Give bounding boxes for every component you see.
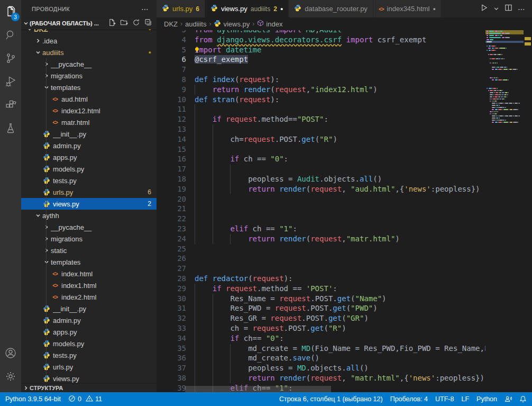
sidebar-more-icon[interactable]: ⋯ <box>141 5 149 13</box>
new-folder-icon[interactable] <box>120 19 128 29</box>
code-line-15[interactable]: 15 <box>157 145 485 155</box>
code-line-18[interactable]: 18 peopless = Audit.objects.all() <box>157 174 485 184</box>
tree-folder--idea[interactable]: .idea <box>21 35 157 47</box>
run-dropdown-icon[interactable] <box>493 4 499 14</box>
tree-folder-static[interactable]: static <box>21 245 157 256</box>
code-line-14[interactable]: 14 ch=request.POST.get("R") <box>157 134 485 145</box>
code-line-12[interactable]: 12 if request.method=="POST": <box>157 114 485 124</box>
tree-folder--pycache-[interactable]: __pycache__ <box>21 221 157 233</box>
code-line-25[interactable]: 25 <box>157 244 485 254</box>
code-line-13[interactable]: 13 <box>157 124 485 134</box>
run-debug-icon[interactable] <box>0 70 21 93</box>
code-line-19[interactable]: 19 return render(request, "aud.html",{'n… <box>157 184 485 194</box>
tree-file-apps-py[interactable]: apps.py <box>21 326 157 338</box>
run-icon[interactable] <box>480 4 488 14</box>
code-line-33[interactable]: 33 ch = request.POST.get("R") <box>157 323 485 333</box>
encoding[interactable]: UTF-8 <box>435 395 454 403</box>
code-line-26[interactable]: 26 <box>157 254 485 264</box>
tree-file-models-py[interactable]: models.py <box>21 338 157 349</box>
cursor-position[interactable]: Строка 6, столбец 1 (выбрано 12) <box>279 395 383 403</box>
lightbulb-icon[interactable] <box>194 46 200 56</box>
tree-file--init-py[interactable]: __init__.py <box>21 128 157 140</box>
code-line-5[interactable]: 5import datetime <box>157 45 485 55</box>
code-line-7[interactable]: 7 <box>157 65 485 75</box>
horizontal-scrollbar[interactable] <box>185 386 331 392</box>
outline-section-header[interactable]: СТРУКТУРА <box>21 383 157 392</box>
tree-file-index-html[interactable]: <>index.html <box>21 268 157 279</box>
tab-database-roouter-py[interactable]: database_roouter.py <box>289 0 373 17</box>
breadcrumb-item-index[interactable]: index <box>257 20 282 28</box>
tree-file-tests-py[interactable]: tests.py <box>21 175 157 186</box>
code-line-28[interactable]: 28def redactor(request): <box>157 274 485 284</box>
testing-icon[interactable] <box>0 116 21 140</box>
tab-views-py[interactable]: views.pyaudiiits2● <box>205 0 289 17</box>
tree-file-models-py[interactable]: models.py <box>21 163 157 175</box>
tree-file-index1-html[interactable]: <>index1.html <box>21 279 157 291</box>
tree-folder-templates[interactable]: templates <box>21 256 157 268</box>
code-line-9[interactable]: 9 return render(request,"index12.html") <box>157 85 485 95</box>
refresh-icon[interactable] <box>132 19 140 29</box>
notifications-bell-icon[interactable] <box>519 395 527 403</box>
tree-file-aud-html[interactable]: <>aud.html <box>21 93 157 105</box>
tree-file-urls-py[interactable]: urls.py <box>21 361 157 373</box>
tree-folder-dkz[interactable]: DKZ● <box>21 29 157 35</box>
breadcrumb-item-dkz[interactable]: DKZ <box>164 20 178 28</box>
tree-file-apps-py[interactable]: apps.py <box>21 151 157 163</box>
code-line-4[interactable]: 4from django.views.decorators.csrf impor… <box>157 35 485 45</box>
tree-file-admin-py[interactable]: admin.py <box>21 140 157 151</box>
settings-gear-icon[interactable] <box>0 365 21 388</box>
language-mode[interactable]: Python <box>476 395 497 403</box>
code-line-8[interactable]: 8def index(request): <box>157 75 485 85</box>
tree-folder--pycache-[interactable]: __pycache__ <box>21 58 157 70</box>
code-line-29[interactable]: 29 if request.method == 'POST': <box>157 284 485 294</box>
code-line-17[interactable]: 17 <box>157 164 485 174</box>
tree-folder-migrations[interactable]: migrations <box>21 70 157 82</box>
collapse-all-icon[interactable] <box>144 19 152 29</box>
code-line-3[interactable]: 3from aythh.models import MD,Audit <box>157 30 485 35</box>
code-line-36[interactable]: 36 md_create.save() <box>157 353 485 363</box>
minimap[interactable] <box>485 30 524 392</box>
code-line-38[interactable]: 38 return render(request, "matr.html",{'… <box>157 373 485 383</box>
tree-file-index2-html[interactable]: <>index2.html <box>21 291 157 303</box>
tree-file-views-py[interactable]: views.py <box>21 373 157 383</box>
overview-ruler[interactable] <box>524 30 532 392</box>
breadcrumb-item-views-py[interactable]: views.py <box>214 20 250 29</box>
search-icon[interactable] <box>0 23 21 47</box>
tree-folder-aythh[interactable]: aythh <box>21 210 157 221</box>
workspace-section-header[interactable]: (РАБОЧАЯ ОБЛАСТЬ) ... <box>21 17 157 29</box>
code-line-21[interactable]: 21 <box>157 204 485 214</box>
code-line-6[interactable]: 6@csrf_exempt <box>157 55 485 65</box>
new-file-icon[interactable] <box>108 19 116 29</box>
eol[interactable]: LF <box>461 395 469 403</box>
code-line-32[interactable]: 32 Res_GR = request.POST.get("GR") <box>157 313 485 323</box>
tree-file--init-py[interactable]: __init__.py <box>21 303 157 314</box>
breadcrumb-item-audiiits[interactable]: audiiits <box>185 20 206 28</box>
tab-index345-html[interactable]: <>index345.html● <box>373 0 442 17</box>
code-line-31[interactable]: 31 Res_PWD = request.POST.get("PWD") <box>157 303 485 313</box>
code-line-10[interactable]: 10def stran(request): <box>157 95 485 105</box>
code-line-11[interactable]: 11 <box>157 104 485 114</box>
tab-urls-py[interactable]: urls.py6 <box>157 0 205 17</box>
problems-status[interactable]: 011 <box>68 395 102 404</box>
tree-file-admin-py[interactable]: admin.py <box>21 314 157 326</box>
account-icon[interactable] <box>0 341 21 365</box>
python-interpreter-status[interactable]: Python 3.9.5 64-bit <box>5 395 61 403</box>
tree-file-matr-html[interactable]: <>matr.html <box>21 116 157 128</box>
code-line-24[interactable]: 24 return render(request,"matr.html") <box>157 234 485 244</box>
code-line-30[interactable]: 30 Res_Name = request.POST.get("Name") <box>157 294 485 304</box>
explorer-icon[interactable]: 3 <box>0 0 21 23</box>
tree-folder-migrations[interactable]: migrations <box>21 233 157 245</box>
tree-file-urls-py[interactable]: urls.py6 <box>21 186 157 198</box>
code-line-23[interactable]: 23 elif ch == "1": <box>157 224 485 234</box>
source-control-icon[interactable] <box>0 47 21 70</box>
split-editor-icon[interactable] <box>505 4 512 14</box>
code-line-22[interactable]: 22 <box>157 214 485 224</box>
code-editor[interactable]: 3from aythh.models import MD,Audit4from … <box>157 30 485 392</box>
code-line-16[interactable]: 16 if ch == "0": <box>157 154 485 164</box>
code-line-27[interactable]: 27 <box>157 264 485 274</box>
code-line-35[interactable]: 35 md_create = MD(Fio_Name = Res_PWD,Fio… <box>157 344 485 354</box>
code-line-37[interactable]: 37 peopless = MD.objects.all() <box>157 363 485 373</box>
tree-file-views-py[interactable]: views.py2 <box>21 198 157 210</box>
tree-file-index12-html[interactable]: <>index12.html <box>21 105 157 116</box>
tree-file-tests-py[interactable]: tests.py <box>21 349 157 361</box>
